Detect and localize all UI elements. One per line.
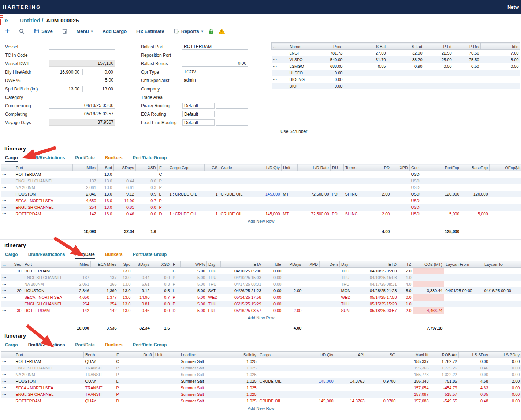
cell[interactable]: 1.025 (227, 358, 258, 365)
cell[interactable] (320, 301, 340, 307)
cell[interactable]: 0.00 (459, 358, 490, 365)
cell[interactable]: 0.7 (136, 197, 158, 204)
row-menu-button[interactable]: ••• (1, 184, 14, 191)
cell[interactable] (282, 178, 298, 184)
cell[interactable]: 7.00 (481, 50, 520, 57)
cell[interactable] (483, 294, 521, 301)
cell[interactable]: 781.73 (323, 50, 344, 57)
cell[interactable] (73, 171, 98, 178)
cell[interactable]: SECA - NORTH SEA (23, 294, 65, 301)
cell[interactable]: 0.0 (151, 301, 171, 307)
cell[interactable]: 5.00 (181, 274, 207, 281)
cell[interactable] (461, 184, 490, 191)
cell[interactable]: 04/28/25 21:23 (354, 287, 398, 294)
cell[interactable] (344, 171, 369, 178)
cell[interactable] (413, 301, 444, 307)
cell[interactable]: 6.61 (132, 281, 151, 287)
cell[interactable]: 9.12 (132, 287, 151, 294)
input-dwf[interactable]: 5.00 (49, 77, 115, 83)
cell[interactable] (303, 287, 320, 294)
cell[interactable]: 1.025 (227, 398, 258, 404)
cell[interactable] (154, 398, 179, 404)
cell[interactable] (453, 76, 481, 83)
cell[interactable]: P (158, 204, 168, 211)
cell[interactable] (413, 281, 444, 287)
cell[interactable]: 5.00 (181, 287, 207, 294)
cell[interactable]: 31.70 (344, 56, 387, 63)
cell[interactable] (125, 391, 154, 398)
cell[interactable]: 0.00 (490, 391, 521, 398)
cell[interactable]: NA 200NM (14, 371, 84, 378)
cell[interactable]: THU (207, 268, 221, 275)
cell[interactable] (298, 371, 335, 378)
row-menu-button[interactable]: ••• (1, 391, 14, 398)
cell[interactable]: 0.85 (459, 391, 490, 398)
cell[interactable] (298, 197, 331, 204)
row-menu-button[interactable]: ••• (272, 76, 288, 83)
cell[interactable]: 0.90 (387, 63, 424, 70)
cell[interactable]: 0.00 (263, 274, 283, 281)
row-menu-button[interactable]: ••• (1, 294, 12, 301)
tab-port-date[interactable]: Port/Date (75, 252, 94, 259)
cell[interactable]: ROTTERDAM (23, 268, 65, 275)
row-menu-button[interactable]: ••• (272, 83, 288, 89)
cell[interactable]: LNGF (288, 50, 323, 57)
cell[interactable]: ENGLISH CHANNEL (14, 204, 73, 211)
cell[interactable]: 0.0 (136, 178, 158, 184)
cell[interactable]: 145,000 (298, 398, 335, 404)
tab-cargo[interactable]: Cargo (5, 252, 18, 259)
cell[interactable] (490, 204, 521, 211)
cell[interactable]: 5,000 (427, 211, 461, 217)
cell[interactable]: 2.0 (398, 268, 413, 275)
cell[interactable] (369, 171, 391, 178)
cell[interactable] (154, 378, 179, 384)
cell[interactable]: 2,061 (65, 281, 91, 287)
cell[interactable] (335, 365, 366, 371)
cell[interactable] (303, 281, 320, 287)
cell[interactable]: 05/15/25 15:29 (221, 301, 263, 307)
cell[interactable]: 0.0 (151, 274, 171, 281)
cell[interactable]: 0.44 (132, 274, 151, 281)
cell[interactable]: QUAY (84, 398, 115, 404)
cell[interactable]: L (115, 378, 125, 384)
cell[interactable]: 5.00 (181, 294, 207, 301)
cell[interactable] (424, 76, 453, 83)
cell[interactable]: USD (410, 178, 427, 184)
cell[interactable] (366, 384, 397, 391)
cell[interactable] (483, 268, 521, 275)
cell[interactable]: ENGLISH CHANNEL (23, 274, 65, 281)
cell[interactable]: 13.0 (98, 211, 114, 217)
cell[interactable]: P (115, 365, 125, 371)
cell[interactable]: NA 200NM (23, 281, 65, 287)
cell[interactable]: USD (410, 204, 427, 211)
cell[interactable]: HOUSTON (23, 287, 65, 294)
cell[interactable]: 0.5 (136, 191, 158, 197)
cell[interactable]: 04/01/25 00:00 (444, 287, 483, 294)
cell[interactable]: 04/10/25 15:03 (354, 274, 398, 281)
cell[interactable]: 05/14/25 17:58 (221, 294, 263, 301)
cell[interactable]: THU (340, 301, 354, 307)
cell[interactable] (258, 384, 298, 391)
cell[interactable] (282, 171, 298, 178)
cell[interactable]: TRANSIT (84, 365, 115, 371)
cell[interactable] (424, 70, 453, 76)
cell[interactable] (366, 358, 397, 365)
cell[interactable] (205, 184, 219, 191)
tab-port-date[interactable]: Port/Date (75, 342, 94, 349)
row-menu-button[interactable]: ••• (272, 50, 288, 57)
cell[interactable] (205, 197, 219, 204)
cell[interactable]: SUN (340, 307, 354, 314)
cell[interactable]: 0.9700 (366, 398, 397, 404)
cell[interactable]: 0.00 (490, 398, 521, 404)
cell[interactable]: C (115, 358, 125, 365)
cell[interactable] (369, 197, 391, 204)
cell[interactable]: D (171, 307, 181, 314)
cell[interactable] (331, 184, 344, 191)
cell[interactable]: ENGLISH CHANNEL (14, 365, 84, 371)
cell[interactable]: PD (331, 191, 344, 197)
cell[interactable]: 4,650 (65, 294, 91, 301)
cell[interactable] (282, 184, 298, 191)
cell[interactable] (320, 307, 340, 314)
cell[interactable] (461, 197, 490, 204)
row-menu-button[interactable]: ••• (1, 301, 12, 307)
